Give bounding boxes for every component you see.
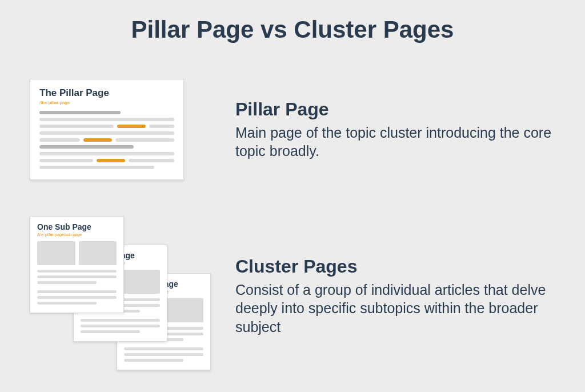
text-line-placeholder bbox=[39, 138, 80, 142]
text-line-placeholder bbox=[81, 319, 160, 322]
image-placeholder bbox=[79, 241, 117, 265]
sub-card-title: One Sub Page bbox=[37, 222, 117, 231]
link-placeholder bbox=[83, 138, 112, 142]
text-line-placeholder bbox=[39, 152, 174, 155]
text-line-placeholder bbox=[39, 125, 114, 128]
pillar-row: The Pillar Page /the-pillar-page bbox=[30, 79, 562, 180]
pillar-card-url: /the-pillar-page bbox=[39, 100, 174, 105]
text-line-placeholder bbox=[37, 275, 117, 278]
cluster-heading: Cluster Pages bbox=[235, 256, 562, 277]
text-line-placeholder bbox=[39, 159, 93, 162]
text-line-placeholder bbox=[149, 125, 174, 128]
pillar-card-lines bbox=[39, 111, 174, 169]
cluster-text: Cluster Pages Consist of a group of indi… bbox=[235, 256, 562, 337]
text-line-placeholder bbox=[37, 296, 117, 299]
image-placeholder bbox=[166, 298, 204, 322]
text-line-placeholder bbox=[39, 131, 174, 135]
text-line-placeholder bbox=[81, 325, 160, 327]
text-line-placeholder bbox=[37, 290, 117, 293]
text-line-placeholder bbox=[39, 166, 154, 169]
link-placeholder bbox=[117, 125, 146, 128]
pillar-illustration: The Pillar Page /the-pillar-page bbox=[30, 79, 213, 180]
pillar-heading: Pillar Page bbox=[235, 99, 562, 120]
link-placeholder bbox=[97, 159, 125, 162]
image-placeholder bbox=[37, 241, 75, 265]
sub-card-url: /the-pillar-page/sub-page bbox=[37, 233, 117, 237]
cluster-stack: One Sub Page /the-pillar-page/sub-page O… bbox=[30, 216, 213, 376]
text-line-placeholder bbox=[81, 330, 140, 333]
text-line-placeholder bbox=[124, 359, 183, 362]
image-placeholder bbox=[122, 270, 161, 294]
pillar-body: Main page of the topic cluster introduci… bbox=[235, 123, 562, 161]
text-line-placeholder bbox=[39, 118, 174, 121]
cluster-illustration: One Sub Page /the-pillar-page/sub-page O… bbox=[30, 216, 213, 376]
text-line-placeholder bbox=[124, 347, 203, 350]
text-line-placeholder bbox=[129, 159, 174, 162]
text-line-placeholder bbox=[37, 302, 97, 305]
text-line-placeholder bbox=[39, 145, 134, 149]
cluster-body: Consist of a group of individual article… bbox=[235, 281, 562, 337]
text-line-placeholder bbox=[37, 281, 97, 284]
pillar-page-card: The Pillar Page /the-pillar-page bbox=[30, 79, 184, 180]
text-line-placeholder bbox=[37, 270, 117, 273]
page-title: Pillar Page vs Cluster Pages bbox=[0, 0, 585, 43]
cluster-sub-card: One Sub Page /the-pillar-page/sub-page bbox=[30, 216, 124, 313]
pillar-text: Pillar Page Main page of the topic clust… bbox=[235, 99, 562, 161]
text-line-placeholder bbox=[39, 111, 121, 114]
text-line-placeholder bbox=[124, 353, 203, 356]
pillar-card-title: The Pillar Page bbox=[39, 87, 174, 99]
cluster-row: One Sub Page /the-pillar-page/sub-page O… bbox=[30, 216, 562, 376]
text-line-placeholder bbox=[115, 138, 174, 142]
